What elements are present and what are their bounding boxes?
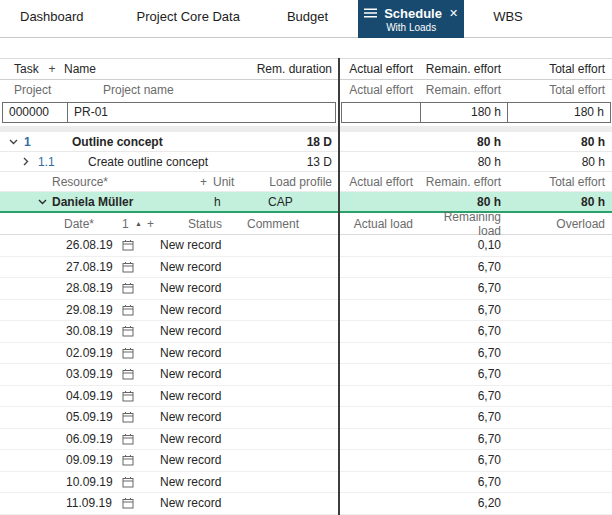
status-value: New record: [142, 475, 238, 489]
calendar-icon[interactable]: [122, 347, 142, 359]
load-row[interactable]: 04.09.19 New record 6,70: [0, 386, 612, 408]
task-total-effort[interactable]: 80 h: [508, 135, 612, 149]
remaining-load-value[interactable]: 6,70: [420, 432, 508, 446]
status-column-header: Status: [162, 217, 238, 231]
tab-dashboard[interactable]: Dashboard: [20, 0, 84, 24]
resource-name[interactable]: Daniela Müller: [52, 195, 214, 209]
remaining-load-value[interactable]: 6,70: [420, 453, 508, 467]
resource-unit[interactable]: h: [214, 195, 254, 209]
remaining-load-value[interactable]: 6,70: [420, 324, 508, 338]
remaining-load-column-header: Remaining load: [420, 210, 508, 238]
project-total-effort-field[interactable]: 180 h: [507, 102, 611, 123]
calendar-icon[interactable]: [122, 390, 142, 402]
remaining-load-value[interactable]: 6,70: [420, 346, 508, 360]
task-row[interactable]: 1.1 Create outline concept 13 D 80 h 80 …: [0, 152, 612, 172]
remaining-load-value[interactable]: 6,70: [420, 303, 508, 317]
remaining-load-value[interactable]: 6,70: [420, 260, 508, 274]
calendar-icon[interactable]: [122, 368, 142, 380]
project-actual-effort-field[interactable]: [341, 102, 421, 123]
tab-budget[interactable]: Budget: [287, 0, 328, 24]
resource-remain-effort[interactable]: 80 h: [420, 195, 508, 209]
load-row[interactable]: 09.09.19 New record 6,70: [0, 450, 612, 472]
sort-ascending-icon[interactable]: ▲: [135, 220, 147, 227]
load-row[interactable]: 26.08.19 New record 0,10: [0, 235, 612, 257]
date-value[interactable]: 11.09.19: [0, 496, 122, 510]
task-number[interactable]: 1: [24, 135, 72, 149]
tab-project-core-data[interactable]: Project Core Data: [137, 0, 240, 24]
load-row[interactable]: 10.09.19 New record 6,70: [0, 472, 612, 494]
task-remain-effort[interactable]: 80 h: [420, 135, 508, 149]
hamburger-menu-icon[interactable]: [364, 6, 377, 21]
calendar-icon[interactable]: [122, 282, 142, 294]
date-value[interactable]: 28.08.19: [0, 281, 122, 295]
load-row[interactable]: 27.08.19 New record 6,70: [0, 257, 612, 279]
remaining-load-value[interactable]: 6,70: [420, 281, 508, 295]
calendar-icon[interactable]: [122, 411, 142, 423]
date-value[interactable]: 05.09.19: [0, 410, 122, 424]
resource-column-header: Resource*: [0, 175, 200, 189]
calendar-icon[interactable]: [122, 261, 142, 273]
task-header-row: Task + Name Rem. duration Actual effort …: [0, 58, 612, 80]
project-remain-effort-field[interactable]: 180 h: [420, 102, 508, 123]
calendar-icon[interactable]: [122, 433, 142, 445]
load-row[interactable]: 28.08.19 New record 6,70: [0, 278, 612, 300]
task-duration[interactable]: 18 D: [240, 135, 340, 149]
date-column-header[interactable]: Date*: [0, 217, 122, 231]
task-number[interactable]: 1.1: [38, 155, 72, 169]
comment-column-header: Comment: [238, 217, 340, 231]
load-row[interactable]: 11.09.19 New record 6,20: [0, 493, 612, 515]
calendar-icon[interactable]: [122, 304, 142, 316]
date-value[interactable]: 10.09.19: [0, 475, 122, 489]
date-value[interactable]: 06.09.19: [0, 432, 122, 446]
load-row[interactable]: 05.09.19 New record 6,70: [0, 407, 612, 429]
date-value[interactable]: 30.08.19: [0, 324, 122, 338]
load-row[interactable]: 06.09.19 New record 6,70: [0, 429, 612, 451]
project-name-field[interactable]: PR-01: [67, 102, 336, 123]
remaining-load-value[interactable]: 0,10: [420, 238, 508, 252]
task-row[interactable]: 1 Outline concept 18 D 80 h 80 h: [0, 132, 612, 152]
add-load-record-button[interactable]: +: [147, 217, 162, 231]
resource-load-profile[interactable]: CAP: [254, 195, 340, 209]
remaining-load-value[interactable]: 6,70: [420, 367, 508, 381]
collapse-icon[interactable]: [0, 139, 24, 145]
project-id-field[interactable]: 000000: [2, 102, 68, 123]
resource-row-selected[interactable]: Daniela Müller h CAP 80 h 80 h: [0, 192, 612, 213]
task-name[interactable]: Outline concept: [72, 135, 240, 149]
task-total-effort[interactable]: 80 h: [508, 155, 612, 169]
calendar-icon[interactable]: [122, 454, 142, 466]
date-value[interactable]: 26.08.19: [0, 238, 122, 252]
task-column-header: Task: [0, 62, 40, 76]
load-row[interactable]: 29.08.19 New record 6,70: [0, 300, 612, 322]
tab-wbs[interactable]: WBS: [493, 0, 523, 24]
date-value[interactable]: 09.09.19: [0, 453, 122, 467]
expand-icon[interactable]: [0, 157, 38, 166]
task-remain-effort[interactable]: 80 h: [420, 155, 508, 169]
date-value[interactable]: 02.09.19: [0, 346, 122, 360]
calendar-icon[interactable]: [122, 325, 142, 337]
actual-effort-sublabel: Actual effort: [340, 175, 420, 189]
close-tab-icon[interactable]: ✕: [449, 8, 458, 19]
date-value[interactable]: 03.09.19: [0, 367, 122, 381]
date-value[interactable]: 29.08.19: [0, 303, 122, 317]
add-resource-button[interactable]: +: [200, 175, 213, 189]
status-value: New record: [142, 367, 238, 381]
collapse-icon[interactable]: [0, 199, 52, 205]
date-value[interactable]: 27.08.19: [0, 260, 122, 274]
date-value[interactable]: 04.09.19: [0, 389, 122, 403]
calendar-icon[interactable]: [122, 476, 142, 488]
remaining-load-value[interactable]: 6,70: [420, 475, 508, 489]
resource-total-effort[interactable]: 80 h: [508, 195, 612, 209]
load-row[interactable]: 30.08.19 New record 6,70: [0, 321, 612, 343]
calendar-icon[interactable]: [122, 497, 142, 509]
load-row[interactable]: 03.09.19 New record 6,70: [0, 364, 612, 386]
load-row[interactable]: 02.09.19 New record 6,70: [0, 343, 612, 365]
task-name[interactable]: Create outline concept: [88, 155, 240, 169]
calendar-icon[interactable]: [122, 239, 142, 251]
remaining-load-value[interactable]: 6,70: [420, 410, 508, 424]
tab-schedule[interactable]: Schedule ✕ With Loads: [358, 0, 464, 38]
sort-order-number[interactable]: 1: [122, 217, 135, 231]
add-task-button[interactable]: +: [40, 62, 64, 76]
remaining-load-value[interactable]: 6,20: [420, 496, 508, 510]
task-duration[interactable]: 13 D: [240, 155, 340, 169]
remaining-load-value[interactable]: 6,70: [420, 389, 508, 403]
